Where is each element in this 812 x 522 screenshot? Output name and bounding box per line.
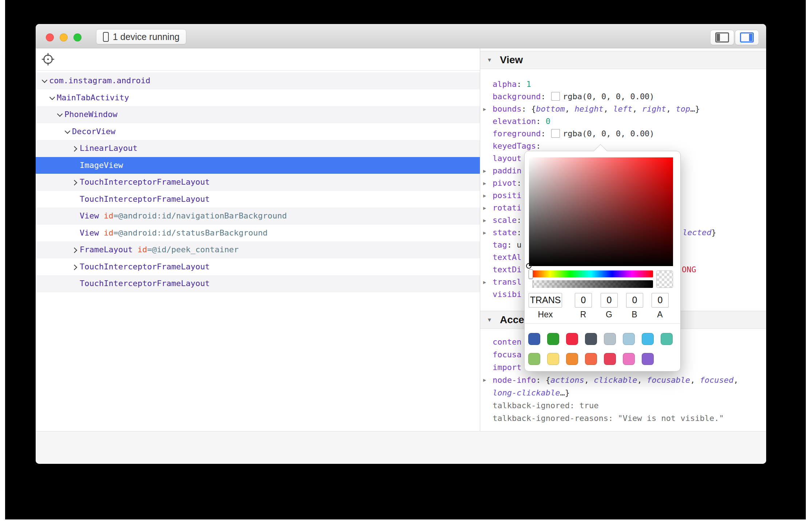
property-text: elevation: [493, 117, 536, 126]
swatch-row-2: [528, 353, 654, 365]
tree-row[interactable]: View id=@android:id/navigationBarBackgro…: [36, 208, 480, 225]
chevron-spacer: [72, 280, 80, 288]
disclosure-triangle-icon[interactable]: ▶: [483, 374, 486, 386]
alpha-slider-handle[interactable]: [529, 280, 533, 288]
palette-swatch[interactable]: [642, 333, 654, 345]
disclosure-triangle-icon[interactable]: ▶: [483, 214, 486, 226]
hue-slider[interactable]: [529, 270, 653, 277]
color-swatch-checkbox[interactable]: [551, 92, 560, 101]
property-row[interactable]: ▶bounds: {bottom, height, left, right, t…: [480, 103, 766, 115]
palette-swatch[interactable]: [623, 353, 635, 365]
tree-row[interactable]: LinearLayout: [36, 140, 480, 157]
red-input[interactable]: 0: [575, 293, 592, 308]
tree-row[interactable]: TouchInterceptorFrameLayout: [36, 191, 480, 208]
palette-swatch[interactable]: [547, 353, 559, 365]
tree-row[interactable]: DecorView: [36, 123, 480, 140]
property-text: pivot: [493, 178, 517, 188]
disclosure-triangle-icon[interactable]: ▶: [483, 276, 486, 288]
palette-swatch[interactable]: [547, 333, 559, 345]
disclosure-triangle-icon[interactable]: ▶: [483, 226, 486, 239]
palette-swatch[interactable]: [528, 333, 540, 345]
tree-row[interactable]: ImageView: [36, 157, 480, 174]
property-text: visibi: [493, 290, 521, 299]
toggle-right-panel-button[interactable]: [735, 30, 759, 45]
palette-swatch[interactable]: [661, 333, 673, 345]
phone-device-icon: [103, 32, 109, 42]
property-row: alpha: 1: [480, 78, 766, 91]
chevron-down-icon[interactable]: [49, 95, 57, 102]
tree-row[interactable]: TouchInterceptorFrameLayout: [36, 258, 480, 276]
property-text: 0: [546, 117, 550, 126]
tree-row[interactable]: TouchInterceptorFrameLayout: [36, 174, 480, 191]
device-selector-button[interactable]: 1 device running: [96, 29, 186, 44]
disclosure-triangle-icon[interactable]: ▶: [483, 177, 486, 189]
alpha-slider[interactable]: [529, 280, 653, 288]
palette-swatch[interactable]: [642, 353, 654, 365]
property-text: :: [536, 141, 541, 150]
tree-row[interactable]: TouchInterceptorFrameLayout: [36, 275, 480, 292]
palette-swatch[interactable]: [528, 353, 540, 365]
alpha-input[interactable]: 0: [652, 293, 669, 308]
palette-swatch[interactable]: [623, 333, 635, 345]
palette-swatch[interactable]: [566, 353, 578, 365]
chevron-down-icon[interactable]: [57, 111, 64, 119]
hex-input[interactable]: TRANS: [529, 293, 562, 308]
property-text: : {: [536, 376, 550, 385]
section-title: View: [500, 51, 523, 69]
section-header-view[interactable]: ▼ View: [480, 51, 766, 69]
palette-swatch[interactable]: [604, 333, 616, 345]
target-scope-icon[interactable]: [40, 51, 56, 67]
property-text: node-info: [493, 376, 536, 385]
property-text: state: [493, 228, 517, 237]
property-text: left: [613, 104, 632, 113]
section-collapse-icon: ▼: [487, 311, 492, 329]
disclosure-triangle-icon[interactable]: ▶: [483, 103, 486, 115]
chevron-right-icon[interactable]: [72, 264, 80, 271]
chevron-right-icon[interactable]: [72, 246, 80, 254]
tree-row[interactable]: com.instagram.android: [36, 72, 480, 89]
property-text: textDi: [493, 265, 521, 274]
tree-row[interactable]: FrameLayout id=@id/peek_container: [36, 241, 480, 258]
property-text: rgba(0, 0, 0, 0.00): [563, 129, 654, 138]
tree-row[interactable]: PhoneWindow: [36, 106, 480, 123]
chevron-down-icon[interactable]: [64, 128, 72, 136]
tree-row[interactable]: View id=@android:id/statusBarBackground: [36, 225, 480, 242]
property-text: import: [493, 363, 521, 372]
property-text: alpha: [493, 80, 517, 89]
disclosure-triangle-icon[interactable]: ▶: [483, 165, 486, 177]
minimize-window-button[interactable]: [60, 33, 68, 41]
tree-node-label: View: [80, 228, 104, 237]
palette-swatch[interactable]: [585, 333, 597, 345]
toggle-left-panel-button[interactable]: [710, 30, 734, 45]
palette-swatch[interactable]: [604, 353, 616, 365]
tree-node-id-key: id: [104, 211, 114, 220]
property-text: right: [642, 104, 666, 113]
blue-input[interactable]: 0: [626, 293, 643, 308]
chevron-right-icon[interactable]: [72, 179, 80, 186]
zoom-window-button[interactable]: [73, 33, 81, 41]
hue-slider-handle[interactable]: [529, 269, 533, 279]
property-text: …}: [560, 388, 570, 397]
property-text: focused: [700, 376, 734, 385]
tree-toolbar: [36, 48, 480, 71]
color-swatch-checkbox[interactable]: [551, 129, 560, 138]
tree-row[interactable]: MainTabActivity: [36, 89, 480, 107]
palette-swatch[interactable]: [566, 333, 578, 345]
disclosure-triangle-icon[interactable]: ▶: [483, 202, 486, 214]
blue-label: B: [624, 310, 645, 320]
chevron-right-icon[interactable]: [72, 145, 80, 152]
palette-swatch[interactable]: [585, 353, 597, 365]
chevron-spacer: [72, 213, 80, 220]
gradient-cursor[interactable]: [526, 263, 532, 269]
property-text: long-clickable: [493, 388, 560, 397]
green-input[interactable]: 0: [601, 293, 618, 308]
property-text: height: [574, 104, 603, 113]
view-hierarchy-panel: com.instagram.androidMainTabActivityPhon…: [36, 48, 480, 431]
property-text: rgba(0, 0, 0, 0.00): [563, 92, 654, 101]
chevron-down-icon[interactable]: [41, 77, 49, 85]
left-panel-icon: [715, 32, 729, 43]
disclosure-triangle-icon[interactable]: ▶: [483, 189, 486, 202]
saturation-value-gradient[interactable]: [529, 157, 673, 266]
property-row[interactable]: ▶node-info: {actions, clickable, focusab…: [480, 374, 766, 386]
close-window-button[interactable]: [46, 33, 54, 41]
